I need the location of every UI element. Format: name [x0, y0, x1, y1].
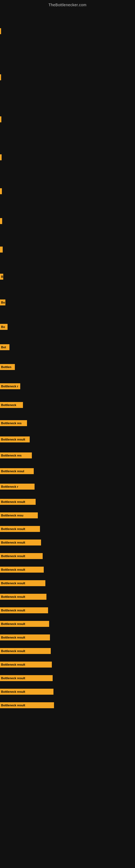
bar-label-31: Bottleneck result: [1, 649, 25, 653]
bar-row-26: Bottleneck result: [0, 579, 135, 587]
bar-26: Bottleneck result: [0, 580, 45, 586]
bar-row-16: Bottleneck result: [0, 436, 135, 443]
bar-13: Bottleneck r: [0, 383, 20, 389]
bar-label-35: Bottleneck result: [1, 704, 25, 707]
chart-container: BBoBoBotBottlenBottleneck rBottleneckBot…: [0, 8, 135, 712]
bar-34: Bottleneck result: [0, 689, 53, 695]
bar-11: Bot: [0, 344, 9, 350]
bar-row-33: Bottleneck result: [0, 674, 135, 682]
bar-2: [0, 74, 1, 80]
bar-33: Bottleneck result: [0, 675, 53, 681]
bar-row-15: Bottleneck res: [0, 420, 135, 427]
site-title: TheBottlenecker.com: [0, 0, 135, 8]
bar-1: [0, 28, 1, 34]
bar-31: Bottleneck result: [0, 648, 51, 654]
bar-14: Bottleneck: [0, 402, 23, 408]
bar-label-19: Bottleneck r: [1, 485, 18, 488]
bar-6: [0, 218, 2, 224]
bar-label-8: B: [1, 275, 3, 278]
bar-label-20: Bottleneck result: [1, 500, 25, 503]
bar-row-5: [0, 187, 135, 195]
bar-24: Bottleneck result: [0, 553, 43, 559]
bar-label-21: Bottleneck resu: [1, 514, 24, 517]
bar-row-20: Bottleneck result: [0, 498, 135, 506]
bar-label-11: Bot: [1, 346, 6, 349]
bar-row-23: Bottleneck result: [0, 539, 135, 546]
bar-row-6: [0, 217, 135, 225]
bar-label-26: Bottleneck result: [1, 582, 25, 585]
bar-row-4: [0, 154, 135, 161]
bar-8: B: [0, 274, 3, 280]
bar-5: [0, 188, 2, 194]
bar-row-1: [0, 27, 135, 35]
bar-row-12: Bottlen: [0, 363, 135, 371]
bar-28: Bottleneck result: [0, 607, 48, 613]
bar-25: Bottleneck result: [0, 567, 44, 572]
bar-row-8: B: [0, 273, 135, 280]
bar-20: Bottleneck result: [0, 499, 36, 505]
bar-row-27: Bottleneck result: [0, 593, 135, 600]
bar-29: Bottleneck result: [0, 621, 49, 627]
bar-12: Bottlen: [0, 364, 15, 370]
bar-7: [0, 247, 3, 252]
bar-row-9: Bo: [0, 299, 135, 306]
bar-18: Bottleneck resul: [0, 468, 34, 474]
bar-label-14: Bottleneck: [1, 403, 16, 407]
bar-label-13: Bottleneck r: [1, 384, 18, 388]
bar-row-3: [0, 116, 135, 123]
bar-16: Bottleneck result: [0, 436, 30, 442]
bar-label-17: Bottleneck res: [1, 454, 21, 457]
bar-row-35: Bottleneck result: [0, 702, 135, 709]
bar-row-2: [0, 73, 135, 81]
bar-label-22: Bottleneck result: [1, 527, 25, 531]
bar-19: Bottleneck r: [0, 484, 35, 490]
bar-row-25: Bottleneck result: [0, 566, 135, 574]
bar-row-24: Bottleneck result: [0, 552, 135, 560]
bar-row-19: Bottleneck r: [0, 483, 135, 490]
bar-label-30: Bottleneck result: [1, 636, 25, 639]
bar-row-7: [0, 246, 135, 253]
bar-label-29: Bottleneck result: [1, 622, 25, 625]
bar-15: Bottleneck res: [0, 420, 27, 426]
bar-row-28: Bottleneck result: [0, 607, 135, 614]
bar-17: Bottleneck res: [0, 453, 32, 458]
bar-row-17: Bottleneck res: [0, 452, 135, 459]
bar-27: Bottleneck result: [0, 594, 46, 600]
bar-row-32: Bottleneck result: [0, 661, 135, 669]
bar-row-21: Bottleneck resu: [0, 512, 135, 519]
bar-35: Bottleneck result: [0, 702, 54, 708]
bar-label-18: Bottleneck resul: [1, 469, 24, 473]
bar-row-22: Bottleneck result: [0, 525, 135, 533]
bar-label-34: Bottleneck result: [1, 690, 25, 693]
bar-3: [0, 116, 1, 122]
bar-label-15: Bottleneck res: [1, 422, 21, 425]
bar-label-12: Bottlen: [1, 365, 11, 369]
bar-row-34: Bottleneck result: [0, 688, 135, 695]
bar-label-25: Bottleneck result: [1, 568, 25, 571]
bar-9: Bo: [0, 300, 5, 305]
bar-row-31: Bottleneck result: [0, 647, 135, 655]
bar-label-16: Bottleneck result: [1, 438, 25, 441]
bar-label-27: Bottleneck result: [1, 595, 25, 598]
bar-row-10: Bo: [0, 323, 135, 331]
bar-row-13: Bottleneck r: [0, 382, 135, 390]
bar-21: Bottleneck resu: [0, 513, 38, 518]
bar-row-14: Bottleneck: [0, 401, 135, 409]
bar-label-24: Bottleneck result: [1, 554, 25, 558]
bar-row-18: Bottleneck resul: [0, 467, 135, 475]
bar-label-33: Bottleneck result: [1, 677, 25, 680]
bar-label-10: Bo: [1, 325, 5, 329]
bar-22: Bottleneck result: [0, 526, 40, 532]
bar-23: Bottleneck result: [0, 539, 41, 546]
bar-4: [0, 154, 2, 160]
site-title-text: TheBottlenecker.com: [48, 3, 86, 7]
bar-label-9: Bo: [1, 301, 5, 304]
bar-row-29: Bottleneck result: [0, 620, 135, 628]
bar-32: Bottleneck result: [0, 661, 52, 668]
bar-row-11: Bot: [0, 343, 135, 351]
bar-30: Bottleneck result: [0, 634, 50, 641]
bar-label-32: Bottleneck result: [1, 663, 25, 666]
bar-10: Bo: [0, 324, 8, 330]
bar-label-28: Bottleneck result: [1, 609, 25, 612]
bar-label-23: Bottleneck result: [1, 541, 25, 544]
